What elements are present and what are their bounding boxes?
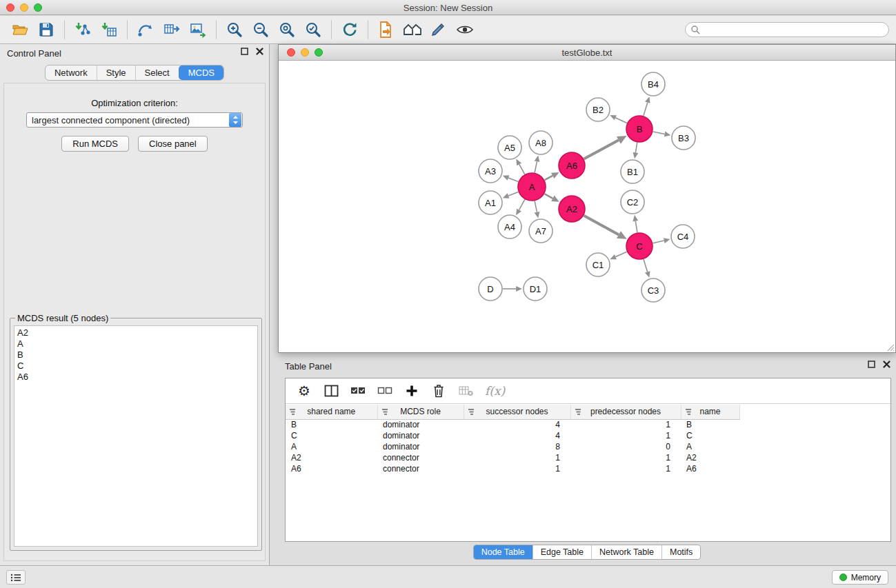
table-cell[interactable]: A bbox=[286, 441, 377, 452]
graph-edge-A-A6[interactable] bbox=[545, 176, 553, 180]
graph-node-C1[interactable]: C1 bbox=[586, 253, 610, 276]
table-cell[interactable]: A2 bbox=[286, 452, 377, 463]
refresh-layout-button[interactable] bbox=[337, 18, 363, 41]
close-panel-icon[interactable] bbox=[883, 361, 890, 368]
table-cell[interactable]: connector bbox=[377, 463, 464, 474]
export-image-button[interactable] bbox=[185, 18, 211, 41]
graph-edge-C-C3[interactable] bbox=[644, 259, 648, 272]
mcds-result-item[interactable]: C bbox=[17, 361, 255, 372]
table-settings-button[interactable]: ⚙ bbox=[297, 382, 312, 400]
float-panel-icon[interactable] bbox=[241, 48, 248, 55]
graph-node-C2[interactable]: C2 bbox=[621, 190, 644, 214]
mcds-result-list[interactable]: A2ABCA6 bbox=[14, 325, 258, 547]
tab-network[interactable]: Network bbox=[46, 65, 97, 80]
tab-edge-table[interactable]: Edge Table bbox=[532, 545, 591, 559]
table-row[interactable]: A6connector11A6 bbox=[286, 463, 890, 474]
graph-edge-B-B2[interactable] bbox=[615, 118, 627, 123]
close-panel-button[interactable]: Close panel bbox=[138, 136, 208, 152]
column-header-name[interactable]: name bbox=[681, 405, 739, 419]
table-cell[interactable]: B bbox=[286, 419, 377, 430]
create-column-button[interactable] bbox=[404, 382, 419, 400]
task-history-button[interactable] bbox=[6, 570, 26, 585]
table-cell[interactable]: 1 bbox=[570, 419, 681, 430]
table-row[interactable]: Bdominator41B bbox=[286, 419, 890, 430]
zoom-fit-button[interactable] bbox=[274, 18, 300, 41]
column-header-shared-name[interactable]: shared name bbox=[286, 405, 377, 419]
table-cell[interactable]: C bbox=[681, 430, 739, 441]
graph-edge-A-A3[interactable] bbox=[508, 178, 518, 182]
table-cell[interactable]: A6 bbox=[286, 463, 377, 474]
deselect-all-columns-button[interactable] bbox=[377, 382, 392, 400]
export-table-button[interactable] bbox=[159, 18, 185, 41]
graph-node-A4[interactable]: A4 bbox=[498, 215, 521, 239]
save-session-button[interactable] bbox=[33, 18, 59, 41]
tab-style[interactable]: Style bbox=[97, 65, 135, 80]
import-table-button[interactable] bbox=[96, 18, 122, 41]
network-canvas[interactable]: B4B2BB3A5A8A6A3B1AA1C2A2A4A7C4CC1C3DD1 bbox=[279, 61, 895, 352]
table-cell[interactable]: A bbox=[681, 441, 739, 452]
graph-node-B3[interactable]: B3 bbox=[672, 126, 695, 150]
float-panel-icon[interactable] bbox=[868, 361, 875, 368]
graph-edge-A-A4[interactable] bbox=[519, 199, 524, 210]
graph-node-B4[interactable]: B4 bbox=[641, 72, 665, 96]
table-cell[interactable]: A6 bbox=[681, 463, 739, 474]
graph-node-B[interactable]: B bbox=[626, 116, 653, 142]
mcds-result-item[interactable]: A bbox=[17, 338, 255, 349]
home-view-button[interactable] bbox=[399, 18, 426, 41]
run-mcds-button[interactable]: Run MCDS bbox=[61, 136, 129, 152]
show-columns-button[interactable] bbox=[323, 382, 339, 400]
mcds-result-item[interactable]: A6 bbox=[17, 372, 255, 383]
graph-edge-A-A7[interactable] bbox=[535, 201, 537, 212]
table-cell[interactable]: A2 bbox=[681, 452, 739, 463]
delete-column-button[interactable] bbox=[431, 382, 446, 400]
table-cell[interactable]: 1 bbox=[570, 463, 681, 474]
style-brush-button[interactable] bbox=[426, 18, 452, 41]
table-cell[interactable]: connector bbox=[377, 452, 464, 463]
graph-node-A3[interactable]: A3 bbox=[479, 159, 502, 183]
table-row[interactable]: Adominator80A bbox=[286, 441, 890, 452]
graph-node-B1[interactable]: B1 bbox=[621, 160, 644, 183]
toggle-graphics-details-button[interactable] bbox=[452, 18, 478, 41]
graph-node-A6[interactable]: A6 bbox=[559, 152, 585, 179]
graph-edge-B-B3[interactable] bbox=[653, 132, 665, 134]
table-cell[interactable]: dominator bbox=[377, 441, 464, 452]
graph-node-A5[interactable]: A5 bbox=[498, 136, 521, 159]
graph-edge-C-C4[interactable] bbox=[653, 241, 664, 243]
table-cell[interactable]: 1 bbox=[464, 452, 570, 463]
graph-node-B2[interactable]: B2 bbox=[586, 98, 610, 121]
table-cell[interactable]: 0 bbox=[570, 441, 681, 452]
graph-edge-A2-C[interactable] bbox=[584, 216, 619, 235]
graph-node-A[interactable]: A bbox=[518, 173, 546, 201]
table-cell[interactable]: 4 bbox=[464, 430, 570, 441]
graph-edge-A-A1[interactable] bbox=[508, 192, 518, 196]
graph-edge-A-A2[interactable] bbox=[544, 194, 552, 199]
tab-node-table[interactable]: Node Table bbox=[474, 545, 532, 559]
graph-node-D1[interactable]: D1 bbox=[524, 277, 547, 301]
search-input[interactable] bbox=[685, 22, 889, 37]
tab-select[interactable]: Select bbox=[135, 65, 179, 80]
graph-edge-C-C1[interactable] bbox=[615, 252, 626, 256]
memory-button[interactable]: Memory bbox=[832, 570, 888, 585]
graph-edge-A-A5[interactable] bbox=[519, 164, 525, 174]
optimization-criterion-select[interactable]: largest connected component (directed) bbox=[26, 112, 243, 128]
graph-edge-B-B1[interactable] bbox=[635, 143, 637, 153]
table-cell[interactable]: 4 bbox=[464, 419, 570, 430]
import-network-button[interactable] bbox=[70, 18, 96, 41]
zoom-in-button[interactable] bbox=[221, 18, 248, 41]
table-cell[interactable]: 1 bbox=[464, 463, 570, 474]
graph-node-C[interactable]: C bbox=[626, 233, 653, 259]
table-cell[interactable]: B bbox=[681, 419, 739, 430]
resize-grip-icon[interactable] bbox=[886, 343, 895, 352]
table-cell[interactable]: dominator bbox=[377, 430, 464, 441]
table-cell[interactable]: C bbox=[286, 430, 377, 441]
mcds-result-item[interactable]: B bbox=[17, 349, 255, 361]
function-builder-button[interactable]: f(x) bbox=[485, 382, 505, 400]
export-network-button[interactable] bbox=[132, 18, 159, 41]
close-panel-icon[interactable] bbox=[256, 48, 263, 55]
zoom-selected-button[interactable] bbox=[300, 18, 326, 41]
open-document-button[interactable] bbox=[373, 18, 399, 41]
graph-edge-A-A8[interactable] bbox=[535, 161, 537, 172]
table-cell[interactable]: 8 bbox=[464, 441, 570, 452]
graph-node-A7[interactable]: A7 bbox=[529, 219, 552, 243]
tab-motifs[interactable]: Motifs bbox=[661, 545, 700, 559]
